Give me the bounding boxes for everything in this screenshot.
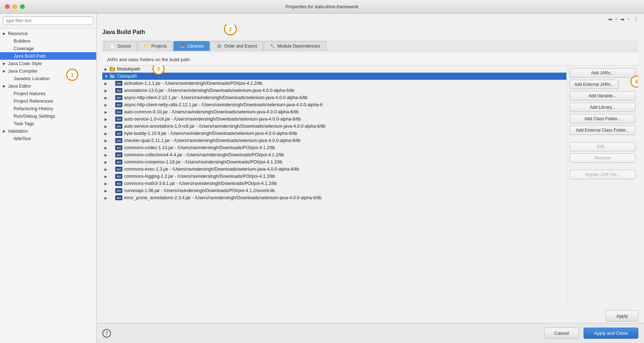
sidebar-item-java-build-path[interactable]: ▶ Java Build Path (0, 52, 96, 60)
sidebar-item-javadoc-location[interactable]: ▶ Javadoc Location (0, 75, 96, 82)
tree-node-jar-3[interactable]: ▶ 010 async-http-client-netty-utils-2.12… (102, 101, 566, 108)
tab-module-dependencies[interactable]: 🔧 Module Dependencies (264, 41, 326, 51)
source-tab-icon: 📄 (110, 44, 115, 49)
tree-node-jar-7[interactable]: ▶ 010 byte-buddy-1.10.9.jar - /Users/rav… (102, 130, 566, 137)
sidebar-item-refactoring-history[interactable]: ▶ Refactoring History (0, 105, 96, 112)
jar-label-13: commons-logging-1.2.jar - /Users/ravinde… (124, 174, 275, 179)
sidebar-item-label-java-code-style: Java Code Style (8, 61, 42, 66)
sidebar-item-project-references[interactable]: ▶ Project References (0, 97, 96, 105)
jar-icon-1: 010 (115, 88, 122, 93)
add-external-jars-button[interactable]: Add External JARs... (570, 80, 619, 89)
jar-arrow-3: ▶ (104, 103, 109, 107)
apply-button[interactable]: Apply (606, 310, 638, 322)
tree-node-jar-4[interactable]: ▶ 010 auto-common-0.10.jar - /Users/ravi… (102, 108, 566, 116)
apply-close-button[interactable]: Apply and Close (584, 328, 638, 339)
jar-label-8: checker-qual-2.11.1.jar - /Users/ravinde… (124, 138, 301, 143)
jar-label-4: auto-common-0.10.jar - /Users/ravindersi… (124, 109, 299, 114)
sidebar-item-project-natures[interactable]: ▶ Project Natures (0, 90, 96, 97)
jar-icon-16: 010 (115, 195, 122, 200)
tab-projects[interactable]: 📁 Projects (138, 41, 173, 51)
tree-node-jar-14[interactable]: ▶ 010 commons-math3-3.6.1.jar - /Users/r… (102, 180, 566, 187)
jar-arrow-11: ▶ (104, 160, 109, 164)
edit-button[interactable]: Edit... (570, 142, 635, 151)
help-button[interactable]: ? (102, 329, 111, 338)
tree-node-jar-13[interactable]: ▶ 010 commons-logging-1.2.jar - /Users/r… (102, 173, 566, 180)
tab-source[interactable]: 📄 Source (104, 41, 137, 51)
jar-icon-8: 010 (115, 138, 122, 143)
tree-node-jar-15[interactable]: ▶ 010 curvesapi-1.06.jar - /Users/ravind… (102, 187, 566, 194)
sidebar-item-coverage[interactable]: ▶ Coverage (0, 45, 96, 52)
jar-label-1: annotations-13.0.jar - /Users/ravindersi… (124, 88, 294, 93)
sidebar-item-resource[interactable]: ▶ Resource (0, 30, 96, 37)
classpath-icon: C (109, 74, 115, 79)
tree-node-jar-1[interactable]: ▶ 010 annotations-13.0.jar - /Users/ravi… (102, 87, 566, 94)
window-title: Properties for data-drive-framework (286, 4, 358, 9)
sidebar-item-label-task-tags: Task Tags (14, 121, 34, 126)
modulepath-icon: M (109, 67, 115, 72)
tree-node-jar-12[interactable]: ▶ 010 commons-exec-1.3.jar - /Users/ravi… (102, 166, 566, 173)
sidebar-item-task-tags[interactable]: ▶ Task Tags (0, 120, 96, 127)
tab-libraries[interactable]: 📚 Libraries (174, 41, 210, 51)
jar-label-15: curvesapi-1.06.jar - /Users/ravindersing… (124, 188, 275, 193)
tree-node-jar-10[interactable]: ▶ 010 commons-collections4-4.4.jar - /Us… (102, 151, 566, 158)
sidebar-item-label-project-natures: Project Natures (14, 91, 46, 96)
sidebar-item-java-editor[interactable]: ▶ Java Editor (0, 82, 96, 90)
sidebar-item-java-code-style[interactable]: ▶ Java Code Style (0, 60, 96, 67)
tree-node-jar-16[interactable]: ▶ 010 error_prone_annotations-2.3.4.jar … (102, 194, 566, 201)
jar-arrow-8: ▶ (104, 139, 109, 143)
jar-label-5: auto-service-1.0-rc6.jar - /Users/ravind… (124, 117, 301, 122)
titlebar: Properties for data-drive-framework (0, 0, 644, 14)
spacer (570, 137, 635, 140)
tab-order-export-label: Order and Export (224, 44, 257, 49)
callout-2: 2 (224, 25, 237, 35)
sidebar-tree: ▶ Resource ▶ Builders ▶ Coverage (0, 28, 96, 343)
tree-node-classpath[interactable]: ▼ C Classpath (102, 73, 566, 80)
jar-arrow-12: ▶ (104, 167, 109, 171)
close-button[interactable] (5, 4, 10, 9)
tree-node-jar-8[interactable]: ▶ 010 checker-qual-2.11.1.jar - /Users/r… (102, 137, 566, 144)
add-jars-button[interactable]: Add JARs... (570, 68, 635, 78)
add-class-folder-button[interactable]: Add Class Folder... (570, 114, 635, 123)
tree-node-jar-6[interactable]: ▶ 010 auto-service-annotations-1.0-rc6.j… (102, 123, 566, 130)
sidebar: ▶ Resource ▶ Builders ▶ Coverage (0, 14, 97, 343)
add-external-class-folder-button[interactable]: Add External Class Folder... (570, 126, 635, 135)
migrate-jar-button[interactable]: Migrate JAR File... (570, 170, 635, 179)
sidebar-item-builders[interactable]: ▶ Builders (0, 37, 96, 45)
sidebar-item-java-compiler[interactable]: ▶ Java Compiler (0, 67, 96, 75)
buildpath-inner: ▶ M Modulepath (102, 65, 638, 304)
titlebar-buttons (5, 4, 25, 9)
tree-node-modulepath[interactable]: ▶ M Modulepath (102, 65, 566, 73)
tree-node-jar-0[interactable]: ▶ 010 activation-1.1.1.jar - /Users/ravi… (102, 80, 566, 87)
sidebar-item-wikitext[interactable]: ▶ WikiText (0, 135, 96, 142)
filter-input[interactable] (3, 16, 93, 25)
right-buttons-panel: Add JARs... Add External JARs... 4 Add V… (567, 65, 638, 304)
jar-arrow-6: ▶ (104, 124, 109, 128)
tree-node-jar-9[interactable]: ▶ 010 commons-codec-1.13.jar - /Users/ra… (102, 144, 566, 151)
add-variable-button[interactable]: Add Variable... (570, 91, 635, 101)
minimize-button[interactable] (13, 4, 17, 9)
tabs-section: 2 📄 Source 📁 Projects (102, 40, 638, 51)
add-library-button[interactable]: Add Library... (570, 103, 635, 112)
sidebar-item-run-debug[interactable]: ▶ Run/Debug Settings (0, 112, 96, 120)
jar-icon-11: 010 (115, 160, 122, 165)
tree-node-jar-11[interactable]: ▶ 010 commons-compress-1.19.jar - /Users… (102, 158, 566, 166)
jar-icon-4: 010 (115, 109, 122, 114)
tab-order-export[interactable]: ⚙️ Order and Export (210, 41, 263, 51)
overflow-menu-button[interactable]: ⋮ (631, 15, 641, 23)
forward-button[interactable]: ➡ (619, 16, 626, 23)
jar-arrow-2: ▶ (104, 96, 109, 100)
main-container: ▶ Resource ▶ Builders ▶ Coverage (0, 14, 644, 343)
maximize-button[interactable] (20, 4, 25, 9)
jar-arrow-16: ▶ (104, 196, 109, 200)
cancel-button[interactable]: Cancel (544, 328, 579, 339)
jar-icon-14: 010 (115, 181, 122, 186)
tree-node-jar-5[interactable]: ▶ 010 auto-service-1.0-rc6.jar - /Users/… (102, 116, 566, 123)
jar-label-9: commons-codec-1.13.jar - /Users/ravinder… (124, 145, 275, 150)
remove-button[interactable]: Remove (570, 153, 635, 163)
jar-label-7: byte-buddy-1.10.9.jar - /Users/ravinders… (124, 131, 297, 136)
back-button[interactable]: ⬅ (607, 16, 614, 23)
tree-node-jar-2[interactable]: ▶ 010 async-http-client-2.12.1.jar - /Us… (102, 94, 566, 101)
help-section: ? (102, 328, 540, 339)
sidebar-item-validation[interactable]: ▶ Validation (0, 127, 96, 135)
jar-icon-2: 010 (115, 95, 122, 100)
